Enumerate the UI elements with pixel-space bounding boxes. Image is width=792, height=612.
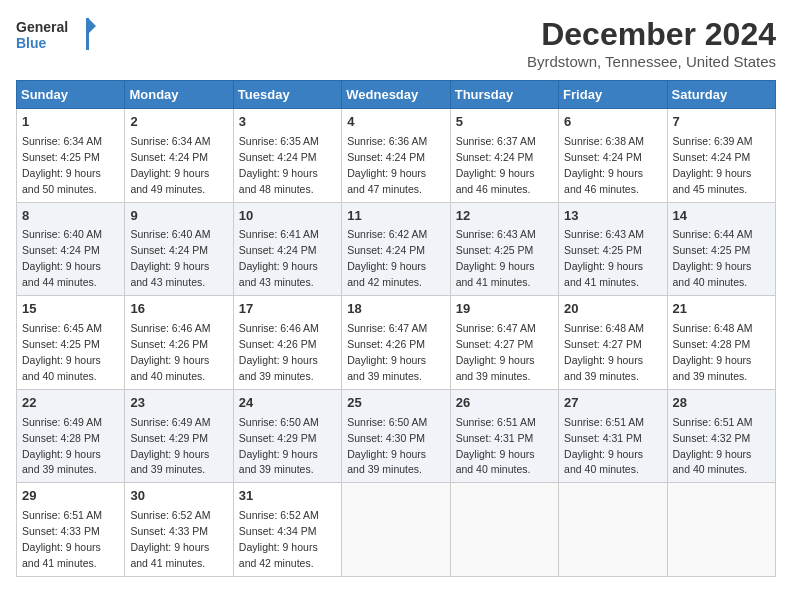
calendar-week-5: 29 Sunrise: 6:51 AM Sunset: 4:33 PM Dayl… [17,483,776,577]
cell-daylight: Daylight: 9 hoursand 39 minutes. [347,354,426,382]
cell-daylight: Daylight: 9 hoursand 43 minutes. [130,260,209,288]
cell-sunset: Sunset: 4:28 PM [22,432,100,444]
cell-sunrise: Sunrise: 6:46 AM [130,322,210,334]
cell-daylight: Daylight: 9 hoursand 41 minutes. [130,541,209,569]
col-tuesday: Tuesday [233,81,341,109]
cell-sunrise: Sunrise: 6:40 AM [22,228,102,240]
day-number: 19 [456,300,553,319]
cell-daylight: Daylight: 9 hoursand 40 minutes. [22,354,101,382]
cell-sunrise: Sunrise: 6:41 AM [239,228,319,240]
col-monday: Monday [125,81,233,109]
cell-sunset: Sunset: 4:24 PM [347,244,425,256]
cell-daylight: Daylight: 9 hoursand 40 minutes. [130,354,209,382]
day-number: 4 [347,113,444,132]
cell-sunset: Sunset: 4:24 PM [239,151,317,163]
cell-sunrise: Sunrise: 6:48 AM [564,322,644,334]
calendar-cell [342,483,450,577]
col-wednesday: Wednesday [342,81,450,109]
cell-daylight: Daylight: 9 hoursand 40 minutes. [673,448,752,476]
day-number: 7 [673,113,770,132]
cell-sunset: Sunset: 4:33 PM [22,525,100,537]
cell-sunset: Sunset: 4:24 PM [130,151,208,163]
calendar-cell: 28 Sunrise: 6:51 AM Sunset: 4:32 PM Dayl… [667,389,775,483]
cell-daylight: Daylight: 9 hoursand 50 minutes. [22,167,101,195]
calendar: Sunday Monday Tuesday Wednesday Thursday… [16,80,776,577]
day-number: 28 [673,394,770,413]
day-number: 25 [347,394,444,413]
day-number: 24 [239,394,336,413]
day-number: 27 [564,394,661,413]
day-number: 2 [130,113,227,132]
cell-daylight: Daylight: 9 hoursand 43 minutes. [239,260,318,288]
cell-sunrise: Sunrise: 6:36 AM [347,135,427,147]
day-number: 5 [456,113,553,132]
cell-sunrise: Sunrise: 6:37 AM [456,135,536,147]
calendar-cell: 2 Sunrise: 6:34 AM Sunset: 4:24 PM Dayli… [125,109,233,203]
calendar-cell: 26 Sunrise: 6:51 AM Sunset: 4:31 PM Dayl… [450,389,558,483]
cell-sunset: Sunset: 4:30 PM [347,432,425,444]
cell-sunset: Sunset: 4:25 PM [22,338,100,350]
day-number: 9 [130,207,227,226]
calendar-week-3: 15 Sunrise: 6:45 AM Sunset: 4:25 PM Dayl… [17,296,776,390]
cell-sunrise: Sunrise: 6:51 AM [456,416,536,428]
calendar-cell: 22 Sunrise: 6:49 AM Sunset: 4:28 PM Dayl… [17,389,125,483]
calendar-cell: 23 Sunrise: 6:49 AM Sunset: 4:29 PM Dayl… [125,389,233,483]
calendar-cell: 14 Sunrise: 6:44 AM Sunset: 4:25 PM Dayl… [667,202,775,296]
cell-sunrise: Sunrise: 6:48 AM [673,322,753,334]
cell-sunrise: Sunrise: 6:42 AM [347,228,427,240]
calendar-cell: 29 Sunrise: 6:51 AM Sunset: 4:33 PM Dayl… [17,483,125,577]
cell-sunset: Sunset: 4:24 PM [130,244,208,256]
cell-sunset: Sunset: 4:34 PM [239,525,317,537]
cell-sunrise: Sunrise: 6:52 AM [130,509,210,521]
calendar-cell: 12 Sunrise: 6:43 AM Sunset: 4:25 PM Dayl… [450,202,558,296]
svg-text:Blue: Blue [16,35,47,51]
calendar-cell: 15 Sunrise: 6:45 AM Sunset: 4:25 PM Dayl… [17,296,125,390]
calendar-cell: 10 Sunrise: 6:41 AM Sunset: 4:24 PM Dayl… [233,202,341,296]
cell-sunset: Sunset: 4:26 PM [130,338,208,350]
cell-sunrise: Sunrise: 6:34 AM [22,135,102,147]
calendar-cell: 11 Sunrise: 6:42 AM Sunset: 4:24 PM Dayl… [342,202,450,296]
cell-sunset: Sunset: 4:32 PM [673,432,751,444]
calendar-cell: 19 Sunrise: 6:47 AM Sunset: 4:27 PM Dayl… [450,296,558,390]
cell-sunrise: Sunrise: 6:45 AM [22,322,102,334]
header: General Blue December 2024 Byrdstown, Te… [16,16,776,70]
cell-sunset: Sunset: 4:25 PM [673,244,751,256]
cell-sunrise: Sunrise: 6:40 AM [130,228,210,240]
cell-sunrise: Sunrise: 6:49 AM [130,416,210,428]
calendar-cell: 20 Sunrise: 6:48 AM Sunset: 4:27 PM Dayl… [559,296,667,390]
cell-sunset: Sunset: 4:26 PM [239,338,317,350]
cell-daylight: Daylight: 9 hoursand 40 minutes. [564,448,643,476]
calendar-cell: 7 Sunrise: 6:39 AM Sunset: 4:24 PM Dayli… [667,109,775,203]
col-friday: Friday [559,81,667,109]
cell-sunrise: Sunrise: 6:38 AM [564,135,644,147]
cell-sunset: Sunset: 4:33 PM [130,525,208,537]
cell-daylight: Daylight: 9 hoursand 40 minutes. [456,448,535,476]
title-area: December 2024 Byrdstown, Tennessee, Unit… [527,16,776,70]
cell-sunrise: Sunrise: 6:52 AM [239,509,319,521]
cell-sunset: Sunset: 4:28 PM [673,338,751,350]
cell-sunrise: Sunrise: 6:50 AM [347,416,427,428]
day-number: 29 [22,487,119,506]
calendar-week-4: 22 Sunrise: 6:49 AM Sunset: 4:28 PM Dayl… [17,389,776,483]
cell-sunset: Sunset: 4:26 PM [347,338,425,350]
day-number: 13 [564,207,661,226]
cell-sunrise: Sunrise: 6:34 AM [130,135,210,147]
calendar-cell: 18 Sunrise: 6:47 AM Sunset: 4:26 PM Dayl… [342,296,450,390]
day-number: 26 [456,394,553,413]
cell-daylight: Daylight: 9 hoursand 39 minutes. [456,354,535,382]
day-number: 23 [130,394,227,413]
location: Byrdstown, Tennessee, United States [527,53,776,70]
month-title: December 2024 [527,16,776,53]
day-number: 8 [22,207,119,226]
cell-daylight: Daylight: 9 hoursand 41 minutes. [456,260,535,288]
cell-daylight: Daylight: 9 hoursand 46 minutes. [456,167,535,195]
calendar-cell: 17 Sunrise: 6:46 AM Sunset: 4:26 PM Dayl… [233,296,341,390]
day-number: 22 [22,394,119,413]
calendar-cell: 8 Sunrise: 6:40 AM Sunset: 4:24 PM Dayli… [17,202,125,296]
day-number: 31 [239,487,336,506]
cell-sunrise: Sunrise: 6:51 AM [673,416,753,428]
day-number: 21 [673,300,770,319]
cell-sunrise: Sunrise: 6:35 AM [239,135,319,147]
day-number: 20 [564,300,661,319]
svg-rect-3 [86,18,89,50]
